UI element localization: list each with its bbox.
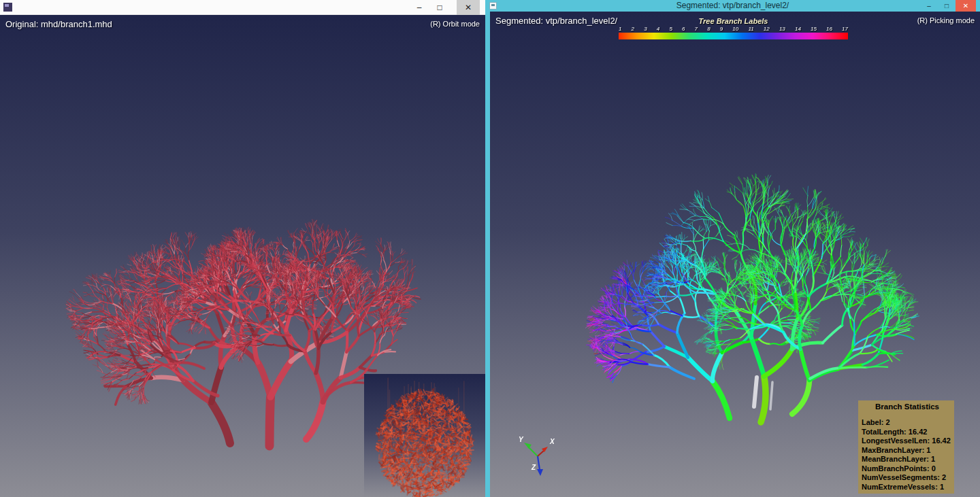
interaction-mode-label: (R) Picking mode	[917, 16, 975, 24]
colorbar-tick: 12	[764, 26, 770, 32]
colorbar-tick: 4	[657, 26, 659, 32]
stats-title: Branch Statistics	[862, 402, 953, 411]
stats-line: LongestVesselLen: 16.42	[862, 436, 953, 446]
colorbar-tick: 11	[748, 26, 753, 32]
colorbar-tick: 2	[632, 26, 634, 32]
stats-line: NumVesselSegments: 2	[862, 473, 953, 483]
maximize-button[interactable]: □	[429, 0, 450, 15]
stats-line: MaxBranchLayer: 1	[862, 446, 953, 456]
colorbar-tick: 9	[720, 26, 723, 32]
colorbar-ticks: 1 2 3 4 5 6 7 8 9 10 11 12 13 14 15 16 1	[619, 26, 848, 32]
original-viewport[interactable]: Original: mhd/branch1.mhd (R) Orbit mode	[0, 15, 485, 497]
axis-x-label: X	[549, 438, 555, 445]
original-window-titlebar[interactable]: – □ ✕	[0, 0, 485, 15]
colorbar-tick: 14	[795, 26, 801, 32]
close-button[interactable]: ✕	[457, 0, 480, 15]
maximize-button[interactable]: □	[938, 0, 956, 12]
branch-statistics-panel: Branch Statistics Label: 2 TotalLength: …	[858, 400, 954, 494]
window-title: Segmented: vtp/branch_level2/	[485, 0, 980, 12]
scalar-colorbar[interactable]: Tree Branch Labels 1 2 3 4 5 6 7 8 9 10 …	[619, 17, 848, 39]
viewport-title-label: Original: mhd/branch1.mhd	[5, 19, 112, 29]
segmented-window: Segmented: vtp/branch_level2/ – □ ✕ Segm…	[485, 0, 980, 497]
viewport-title-label: Segmented: vtp/branch_level2/	[495, 16, 617, 26]
stats-line: NumExtremeVessels: 1	[862, 483, 953, 492]
minimize-button[interactable]: –	[409, 0, 429, 15]
stats-line: Label: 2	[862, 418, 953, 428]
colorbar-title: Tree Branch Labels	[619, 17, 848, 25]
stats-line: MeanBranchLayer: 1	[862, 455, 953, 464]
colorbar-tick: 17	[842, 26, 848, 32]
desktop: – □ ✕ Original: mhd/branch1.mhd (R) Orbi…	[0, 0, 980, 497]
colorbar-tick: 16	[826, 26, 832, 32]
original-window: – □ ✕ Original: mhd/branch1.mhd (R) Orbi…	[0, 0, 485, 497]
colorbar-tick: 5	[669, 26, 672, 32]
colorbar-tick: 13	[779, 26, 785, 32]
app-icon	[3, 3, 12, 12]
axis-z-label: Z	[531, 464, 536, 471]
interaction-mode-label: (R) Orbit mode	[430, 20, 480, 28]
segmented-viewport[interactable]: Segmented: vtp/branch_level2/ (R) Pickin…	[490, 12, 980, 497]
colorbar-tick: 3	[644, 26, 647, 32]
volume-inset-viewport[interactable]	[364, 374, 485, 497]
colorbar-tick: 7	[695, 26, 698, 32]
volume-inset-canvas	[364, 374, 485, 497]
caption-buttons: – □ ✕	[920, 0, 980, 12]
colorbar-tick: 1	[619, 26, 621, 32]
orientation-axes-widget: Y X Z	[510, 428, 578, 485]
colorbar-tick: 15	[811, 26, 817, 32]
axis-y-label: Y	[519, 436, 524, 443]
colorbar-tick: 10	[732, 26, 738, 32]
close-button[interactable]: ✕	[956, 0, 976, 12]
colorbar-tick: 6	[682, 26, 685, 32]
minimize-button[interactable]: –	[920, 0, 938, 12]
colorbar-gradient	[619, 33, 848, 39]
stats-line: NumBranchPoints: 0	[862, 464, 953, 474]
stats-line: TotalLength: 16.42	[862, 428, 953, 437]
segmented-window-titlebar[interactable]: Segmented: vtp/branch_level2/ – □ ✕	[485, 0, 980, 12]
colorbar-tick: 8	[707, 26, 710, 32]
